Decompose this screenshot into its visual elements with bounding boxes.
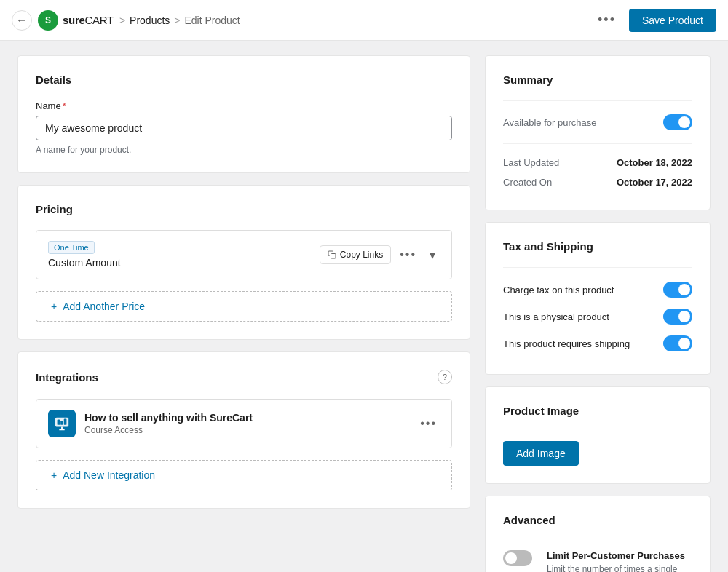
charge-tax-toggle[interactable]	[663, 282, 692, 298]
limit-purchases-slider	[503, 550, 532, 566]
physical-product-slider	[663, 309, 692, 325]
integration-sub: Course Access	[84, 425, 408, 435]
integrations-title: Integrations	[36, 371, 98, 384]
requires-shipping-toggle[interactable]	[663, 335, 692, 351]
integration-more-button[interactable]: •••	[417, 416, 440, 432]
product-image-title: Product Image	[503, 405, 692, 417]
physical-product-label: This is a physical product	[503, 311, 609, 322]
add-integration-plus-icon: +	[51, 469, 57, 481]
summary-divider-2	[503, 143, 692, 144]
breadcrumb-products[interactable]: Products	[130, 15, 170, 26]
details-title: Details	[36, 74, 452, 86]
pricing-item-info: One Time Custom Amount	[48, 241, 311, 269]
limit-purchases-row: Limit Per-Customer Purchases Limit the n…	[503, 550, 692, 572]
created-on-row: Created On October 17, 2022	[503, 172, 692, 192]
pricing-item: One Time Custom Amount Copy Links ••• ▾	[36, 230, 452, 279]
add-another-price-button[interactable]: + Add Another Price	[36, 291, 452, 322]
requires-shipping-row: This product requires shipping	[503, 330, 692, 357]
pricing-name: Custom Amount	[48, 257, 311, 269]
available-row: Available for purchase	[503, 110, 692, 135]
physical-product-toggle[interactable]	[663, 309, 692, 325]
charge-tax-label: Charge tax on this product	[503, 285, 614, 295]
charge-tax-slider	[663, 282, 692, 298]
back-button[interactable]: ←	[12, 10, 32, 31]
tax-divider	[503, 267, 692, 268]
pricing-more-button[interactable]: •••	[397, 247, 419, 263]
add-integration-label: Add New Integration	[63, 469, 155, 481]
available-toggle[interactable]	[663, 114, 692, 130]
breadcrumb-sep-1: >	[119, 15, 125, 26]
save-product-button[interactable]: Save Product	[629, 9, 716, 32]
svg-rect-2	[58, 420, 60, 425]
physical-product-row: This is a physical product	[503, 303, 692, 330]
pricing-card: Pricing One Time Custom Amount Copy Link…	[17, 185, 470, 340]
image-divider	[503, 432, 692, 432]
tax-shipping-title: Tax and Shipping	[503, 240, 692, 253]
available-label: Available for purchase	[503, 117, 596, 128]
created-on-value: October 17, 2022	[617, 177, 692, 188]
details-card: Details Name* A name for your product.	[17, 55, 470, 173]
created-on-label: Created On	[503, 177, 552, 188]
logo: S sureCART	[38, 10, 114, 31]
limit-purchases-info: Limit Per-Customer Purchases Limit the n…	[547, 550, 692, 572]
required-star: *	[63, 100, 66, 111]
limit-purchases-toggle[interactable]	[503, 550, 532, 566]
product-name-input[interactable]	[36, 116, 452, 140]
limit-purchases-desc: Limit the number of times a single custo…	[547, 563, 692, 572]
svg-rect-4	[64, 419, 67, 425]
product-image-card: Product Image Add Image	[485, 386, 711, 484]
integrations-header: Integrations ?	[36, 370, 452, 384]
name-field: Name* A name for your product.	[36, 100, 452, 155]
integration-icon	[48, 410, 76, 437]
add-price-label: Add Another Price	[63, 301, 145, 312]
copy-icon	[328, 250, 336, 259]
pricing-actions: Copy Links ••• ▾	[320, 245, 440, 264]
breadcrumb-edit-product: Edit Product	[185, 15, 240, 26]
add-new-integration-button[interactable]: + Add New Integration	[36, 460, 452, 490]
limit-purchases-title: Limit Per-Customer Purchases	[547, 550, 692, 561]
toggle-slider	[663, 114, 692, 130]
pricing-badge: One Time	[48, 241, 95, 254]
integration-info: How to sell anything with SureCart Cours…	[84, 412, 408, 435]
advanced-title: Advanced	[503, 514, 692, 526]
breadcrumb: > Products > Edit Product	[119, 15, 240, 26]
topbar-right: ••• Save Product	[592, 9, 716, 32]
integrations-help-icon[interactable]: ?	[438, 370, 452, 384]
summary-card: Summary Available for purchase Last Upda…	[485, 55, 711, 210]
advanced-divider	[503, 541, 692, 541]
last-updated-value: October 18, 2022	[617, 157, 692, 168]
pricing-title: Pricing	[36, 203, 452, 215]
add-image-button[interactable]: Add Image	[503, 441, 579, 466]
charge-tax-row: Charge tax on this product	[503, 277, 692, 303]
last-updated-row: Last Updated October 18, 2022	[503, 153, 692, 172]
name-hint: A name for your product.	[36, 145, 452, 155]
course-icon	[54, 416, 70, 432]
svg-rect-0	[331, 254, 336, 259]
more-options-button[interactable]: •••	[592, 9, 622, 31]
svg-rect-3	[60, 421, 63, 425]
requires-shipping-slider	[663, 335, 692, 351]
breadcrumb-sep-2: >	[174, 15, 180, 26]
integration-name: How to sell anything with SureCart	[84, 412, 408, 424]
advanced-card: Advanced Limit Per-Customer Purchases Li…	[485, 496, 711, 572]
integration-item: How to sell anything with SureCart Cours…	[36, 399, 452, 448]
summary-title: Summary	[503, 74, 692, 86]
last-updated-label: Last Updated	[503, 157, 559, 168]
integrations-card: Integrations ? How to sell anything with…	[17, 351, 470, 509]
back-icon: ←	[16, 14, 28, 27]
topbar: ← S sureCART > Products > Edit Product •…	[0, 0, 728, 41]
pricing-expand-button[interactable]: ▾	[425, 247, 440, 263]
logo-text: sureCART	[63, 14, 114, 26]
copy-links-button[interactable]: Copy Links	[320, 245, 391, 264]
name-label: Name*	[36, 100, 452, 111]
page-wrapper: Details Name* A name for your product. P…	[0, 41, 728, 572]
logo-icon: S	[38, 10, 58, 31]
side-column: Summary Available for purchase Last Upda…	[485, 55, 711, 572]
add-price-plus-icon: +	[51, 301, 57, 312]
topbar-left: ← S sureCART > Products > Edit Product	[12, 10, 240, 31]
tax-shipping-card: Tax and Shipping Charge tax on this prod…	[485, 222, 711, 375]
requires-shipping-label: This product requires shipping	[503, 338, 630, 349]
main-column: Details Name* A name for your product. P…	[17, 55, 470, 572]
summary-divider	[503, 100, 692, 101]
